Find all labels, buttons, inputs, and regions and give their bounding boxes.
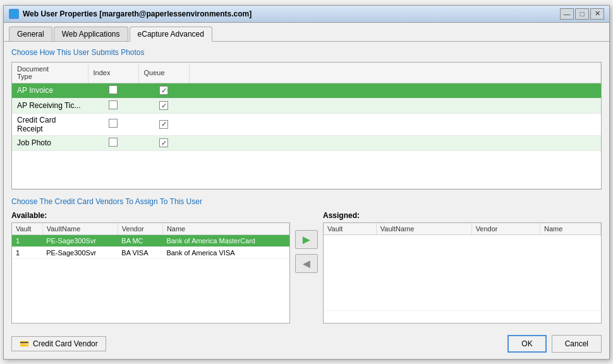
section2-title: Choose The Credit Card Vendors To Assign… <box>11 197 602 206</box>
credit-card-vendor-button[interactable]: 💳 Credit Card Vendor <box>11 336 106 351</box>
index-checkbox[interactable] <box>109 119 118 128</box>
available-label: Available: <box>11 211 290 220</box>
avail-col-vendor: Vendor <box>118 223 162 235</box>
col-empty <box>189 63 601 83</box>
document-type-table-container: DocumentType Index Queue AP Invoice AP <box>11 62 602 190</box>
assigned-label: Assigned: <box>323 211 602 220</box>
title-bar-left: 🌐 Web User Properties [margareth@paperle… <box>9 9 252 19</box>
name-cell: Bank of America MasterCard <box>162 234 289 246</box>
move-right-button[interactable]: ► <box>295 230 318 249</box>
index-cell <box>88 98 138 113</box>
assigned-panel: Assigned: Vault VaultName Vendor Name <box>323 211 602 324</box>
title-bar-buttons: — □ ✕ <box>560 8 604 20</box>
section1-title: Choose How This User Submits Photos <box>11 48 602 57</box>
footer: 💳 Credit Card Vendor OK Cancel <box>4 330 609 359</box>
vendor-cell: BA MC <box>118 234 162 246</box>
doc-type-cell: AP Invoice <box>12 83 88 98</box>
footer-buttons: OK Cancel <box>507 335 602 353</box>
tab-general[interactable]: General <box>9 27 52 41</box>
extra-cell <box>189 135 601 150</box>
queue-cell <box>138 135 189 150</box>
assign-col-vault: Vault <box>324 223 376 235</box>
empty-space <box>12 150 601 188</box>
arrow-left-icon: ◄ <box>300 257 313 270</box>
list-item[interactable]: 1 PE-Sage300Svr BA MC Bank of America Ma… <box>12 234 289 246</box>
avail-col-vaultname: VaultName <box>42 223 118 235</box>
lower-section: Available: Vault VaultName Vendor Name <box>11 211 602 324</box>
table-row: AP Receiving Tic... <box>12 98 601 113</box>
transfer-buttons: ► ◄ <box>295 211 318 273</box>
doc-type-cell: Credit Card Receipt <box>12 113 88 135</box>
available-table: Vault VaultName Vendor Name 1 PE-Sage300… <box>12 223 289 259</box>
table-row-empty <box>12 150 601 188</box>
index-checkbox[interactable] <box>109 100 118 109</box>
ok-button[interactable]: OK <box>507 335 546 353</box>
queue-checkbox[interactable] <box>159 86 168 95</box>
window-title: Web User Properties [margareth@paperless… <box>23 9 252 18</box>
index-cell <box>88 135 138 150</box>
queue-cell <box>138 113 189 135</box>
assigned-empty-space <box>324 234 601 310</box>
vendor-cell: BA VISA <box>118 246 162 258</box>
queue-cell <box>138 98 189 113</box>
avail-col-name: Name <box>162 223 289 235</box>
assigned-empty-row <box>324 234 601 310</box>
vault-cell: 1 <box>12 234 42 246</box>
vault-cell: 1 <box>12 246 42 258</box>
extra-cell <box>189 83 601 98</box>
col-index: Index <box>88 63 138 83</box>
list-item[interactable]: 1 PE-Sage300Svr BA VISA Bank of America … <box>12 246 289 258</box>
name-cell: Bank of America VISA <box>162 246 289 258</box>
assign-col-vaultname: VaultName <box>376 223 471 235</box>
main-window: 🌐 Web User Properties [margareth@paperle… <box>3 5 610 360</box>
credit-card-icon: 💳 <box>20 339 29 348</box>
title-bar: 🌐 Web User Properties [margareth@paperle… <box>4 6 609 23</box>
queue-checkbox[interactable] <box>159 101 168 110</box>
document-type-table: DocumentType Index Queue AP Invoice AP <box>12 63 601 189</box>
queue-cell <box>138 83 189 98</box>
tab-web-applications[interactable]: Web Applications <box>54 27 128 41</box>
doc-type-cell: Job Photo <box>12 135 88 150</box>
assign-col-vendor: Vendor <box>471 223 540 235</box>
credit-card-vendor-label: Credit Card Vendor <box>33 339 98 348</box>
extra-cell <box>189 98 601 113</box>
maximize-button[interactable]: □ <box>575 8 589 20</box>
table-row: Credit Card Receipt <box>12 113 601 135</box>
vaultname-cell: PE-Sage300Svr <box>42 234 118 246</box>
index-checkbox[interactable] <box>109 138 118 147</box>
assigned-table-container: Vault VaultName Vendor Name <box>323 222 602 324</box>
extra-cell <box>189 113 601 135</box>
index-cell <box>88 83 138 98</box>
window-icon: 🌐 <box>9 9 19 19</box>
minimize-button[interactable]: — <box>560 8 574 20</box>
col-document-type: DocumentType <box>12 63 88 83</box>
available-table-container: Vault VaultName Vendor Name 1 PE-Sage300… <box>11 222 290 324</box>
queue-checkbox[interactable] <box>159 120 168 129</box>
cancel-button[interactable]: Cancel <box>552 335 602 353</box>
tab-ecapture-advanced[interactable]: eCapture Advanced <box>130 27 212 42</box>
move-left-button[interactable]: ◄ <box>295 254 318 273</box>
tab-content: Choose How This User Submits Photos Docu… <box>4 41 609 330</box>
close-button[interactable]: ✕ <box>590 8 604 20</box>
tab-bar: General Web Applications eCapture Advanc… <box>4 23 609 41</box>
vaultname-cell: PE-Sage300Svr <box>42 246 118 258</box>
assigned-table: Vault VaultName Vendor Name <box>324 223 601 311</box>
col-queue: Queue <box>138 63 189 83</box>
doc-type-cell: AP Receiving Tic... <box>12 98 88 113</box>
queue-checkbox[interactable] <box>159 138 168 147</box>
table-row: AP Invoice <box>12 83 601 98</box>
index-cell <box>88 113 138 135</box>
available-panel: Available: Vault VaultName Vendor Name <box>11 211 290 324</box>
avail-col-vault: Vault <box>12 223 42 235</box>
assign-col-name: Name <box>540 223 601 235</box>
table-row: Job Photo <box>12 135 601 150</box>
index-checkbox[interactable] <box>109 85 118 94</box>
arrow-right-icon: ► <box>300 233 313 246</box>
